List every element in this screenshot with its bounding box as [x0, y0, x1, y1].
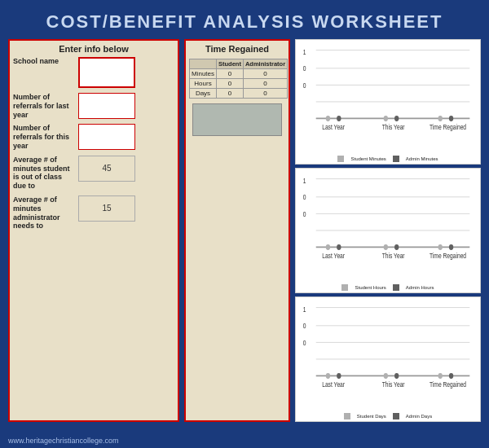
referrals-last-year-label: Number of referrals for last year [13, 93, 78, 119]
minutes-chart-svg: 1 0 0 Last Year This Year Time Regained [301, 43, 475, 155]
right-panel: 1 0 0 Last Year This Year Time Regained [295, 39, 481, 422]
footer-url: www.heritagechristiancollege.com [8, 437, 119, 445]
student-hours-legend-label: Student Hours [355, 285, 385, 290]
svg-point-17 [449, 116, 453, 121]
referrals-this-year-row: Number of referrals for this year [13, 124, 174, 150]
svg-text:1: 1 [303, 177, 306, 185]
svg-point-51 [449, 373, 453, 379]
svg-text:Last Year: Last Year [322, 123, 345, 131]
middle-input-box[interactable] [192, 103, 282, 136]
student-days-legend-box [344, 413, 350, 419]
svg-point-50 [438, 373, 443, 379]
admin-days-legend-box [393, 413, 399, 419]
admin-hours-legend-box [393, 284, 399, 291]
svg-point-29 [326, 244, 330, 250]
svg-point-46 [326, 373, 330, 379]
svg-point-48 [384, 373, 388, 379]
svg-point-30 [337, 244, 341, 250]
main-content: Enter info below School name Number of r… [0, 39, 489, 422]
avg-student-minutes-row: Average # of minutes student is out of c… [13, 156, 174, 191]
minutes-chart-legend: Student Minutes Admin Minutes [301, 156, 475, 162]
svg-point-32 [394, 244, 399, 250]
school-name-row: School name [13, 57, 174, 88]
svg-text:0: 0 [303, 339, 306, 347]
svg-point-16 [438, 116, 443, 121]
svg-point-15 [394, 116, 399, 121]
svg-point-47 [337, 373, 341, 379]
admin-minutes-legend-box [393, 156, 399, 162]
days-chart-box: 1 0 0 Last Year This Year Time Regained [295, 296, 481, 422]
admin-days: 0 [243, 89, 287, 99]
school-name-label: School name [13, 57, 78, 66]
admin-minutes-legend-label: Admin Minutes [406, 156, 438, 161]
student-minutes-legend-box [337, 156, 344, 162]
svg-text:0: 0 [303, 81, 306, 90]
svg-point-33 [438, 244, 443, 250]
student-days-legend-label: Student Days [357, 414, 386, 419]
svg-text:0: 0 [303, 210, 306, 218]
row-label-minutes: Minutes [190, 69, 217, 79]
hours-chart-area: 1 0 0 Last Year This Year Time Regained [301, 172, 475, 283]
admin-hours-legend-label: Admin Hours [406, 285, 434, 290]
svg-text:This Year: This Year [382, 123, 405, 131]
referrals-this-year-input[interactable] [78, 124, 135, 150]
svg-text:0: 0 [303, 193, 306, 201]
admin-days-legend-label: Admin Days [406, 414, 432, 419]
table-col-empty [190, 59, 217, 69]
svg-text:1: 1 [303, 48, 306, 56]
left-panel-title: Enter info below [13, 44, 174, 54]
svg-text:Time Regained: Time Regained [430, 380, 466, 389]
admin-minutes: 0 [243, 69, 287, 79]
table-col-student: Student [217, 59, 244, 69]
student-hours: 0 [217, 79, 244, 89]
svg-text:Last Year: Last Year [322, 380, 345, 389]
svg-text:Time Regained: Time Regained [430, 252, 466, 260]
row-label-days: Days [190, 89, 217, 99]
table-row-days: Days 0 0 [190, 89, 288, 99]
hours-chart-svg: 1 0 0 Last Year This Year Time Regained [301, 172, 475, 283]
svg-point-13 [337, 116, 341, 121]
svg-point-34 [449, 244, 453, 250]
svg-point-31 [384, 244, 388, 250]
table-col-admin: Administrator [243, 59, 287, 69]
svg-point-14 [384, 116, 388, 121]
svg-text:This Year: This Year [382, 380, 405, 389]
hours-chart-legend: Student Hours Admin Hours [301, 284, 475, 291]
days-chart-svg: 1 0 0 Last Year This Year Time Regained [301, 301, 475, 412]
student-days: 0 [217, 89, 244, 99]
minutes-chart-box: 1 0 0 Last Year This Year Time Regained [295, 39, 481, 165]
avg-student-minutes-value: 45 [78, 156, 135, 182]
middle-panel: Time Regained Student Administrator Minu… [184, 39, 290, 422]
referrals-last-year-input[interactable] [78, 93, 135, 119]
avg-admin-minutes-value: 15 [78, 195, 135, 222]
avg-admin-minutes-row: Average # of minutes administrator needs… [13, 195, 174, 231]
student-hours-legend-box [341, 284, 348, 291]
svg-point-49 [394, 373, 399, 379]
table-row-minutes: Minutes 0 0 [190, 69, 288, 79]
days-chart-legend: Student Days Admin Days [301, 413, 475, 419]
student-minutes-legend-label: Student Minutes [350, 156, 385, 161]
left-panel: Enter info below School name Number of r… [8, 39, 179, 422]
student-minutes: 0 [217, 69, 244, 79]
admin-hours: 0 [243, 79, 287, 89]
days-chart-area: 1 0 0 Last Year This Year Time Regained [301, 301, 475, 412]
school-name-input[interactable] [78, 57, 135, 88]
svg-text:This Year: This Year [382, 252, 405, 260]
svg-text:Time Regained: Time Regained [430, 123, 466, 131]
minutes-chart-area: 1 0 0 Last Year This Year Time Regained [301, 43, 475, 155]
middle-panel-title: Time Regained [189, 44, 285, 54]
avg-student-minutes-label: Average # of minutes student is out of c… [13, 156, 78, 191]
time-regained-table: Student Administrator Minutes 0 0 Hours … [189, 59, 288, 99]
table-row-hours: Hours 0 0 [190, 79, 288, 89]
svg-point-12 [326, 116, 330, 121]
referrals-last-year-row: Number of referrals for last year [13, 93, 174, 119]
row-label-hours: Hours [190, 79, 217, 89]
referrals-this-year-label: Number of referrals for this year [13, 124, 78, 150]
svg-text:0: 0 [303, 322, 306, 330]
hours-chart-box: 1 0 0 Last Year This Year Time Regained [295, 168, 481, 293]
svg-text:Last Year: Last Year [322, 252, 345, 260]
svg-text:0: 0 [303, 64, 306, 72]
avg-admin-minutes-label: Average # of minutes administrator needs… [13, 195, 78, 231]
page-title: COST/BENEFIT ANALYSIS WORKSHEET [0, 0, 489, 39]
svg-text:1: 1 [303, 305, 306, 314]
